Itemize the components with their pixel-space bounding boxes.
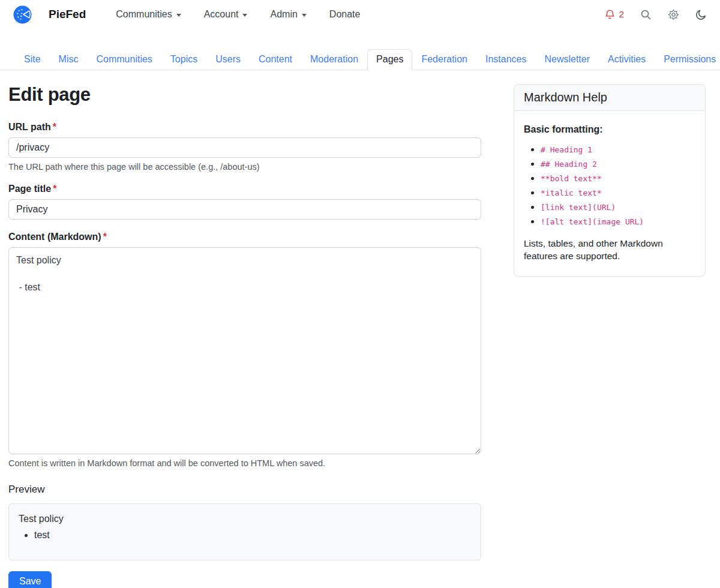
nav-item-label: Admin (270, 9, 297, 20)
admin-tab[interactable]: Misc (50, 49, 88, 70)
nav-item-label: Account (204, 9, 239, 20)
markdown-snippet-code: ## Heading 2 (541, 160, 597, 169)
markdown-snippet-code: # Heading 1 (541, 145, 592, 154)
required-asterisk: * (53, 184, 56, 194)
admin-tab-bar: Site Misc Communities Topics Users Conte… (0, 49, 720, 70)
preview-list: test (19, 530, 471, 541)
markdown-snippet-list: # Heading 1 ## Heading 2 **bold text** *… (524, 144, 695, 227)
required-asterisk: * (103, 232, 107, 242)
page-title-input[interactable] (8, 199, 481, 220)
required-asterisk: * (53, 122, 56, 132)
main-content: Edit page URL path* The URL path where t… (0, 70, 720, 588)
preview-list-item: test (34, 530, 471, 541)
markdown-snippet-item: [link text](URL) (541, 202, 695, 212)
page-title-label: Page title* (8, 184, 481, 194)
nav-item[interactable]: Donate (329, 9, 361, 20)
page-title: Edit page (8, 84, 481, 106)
preview-paragraph: Test policy (19, 514, 471, 524)
markdown-snippet-item: **bold text** (541, 173, 695, 184)
markdown-help-title: Markdown Help (514, 85, 705, 111)
content-field-group: Content (Markdown)* Test policy - test C… (8, 232, 481, 468)
markdown-snippet-code: *italic text* (541, 188, 602, 197)
page-title-field-group: Page title* (8, 184, 481, 220)
url-path-input[interactable] (8, 137, 481, 158)
help-sidebar: Markdown Help Basic formatting: # Headin… (514, 84, 706, 277)
admin-tab[interactable]: Federation (412, 49, 476, 70)
chevron-down-icon (176, 14, 181, 17)
brand-title[interactable]: PieFed (49, 8, 86, 21)
url-path-field-group: URL path* The URL path where this page w… (8, 122, 481, 172)
save-button[interactable]: Save (8, 571, 52, 588)
admin-tab[interactable]: Site (15, 49, 50, 70)
admin-tab[interactable]: Permissions (655, 49, 720, 70)
admin-tab[interactable]: Moderation (301, 49, 367, 70)
notification-count: 2 (619, 9, 624, 20)
url-path-help-text: The URL path where this page will be acc… (8, 162, 481, 172)
gear-icon (668, 9, 679, 20)
markdown-snippet-code: **bold text** (541, 174, 602, 183)
nav-item[interactable]: Admin (270, 9, 306, 20)
piefed-logo-icon[interactable] (13, 5, 32, 24)
nav-item-label: Donate (329, 9, 361, 20)
admin-tab[interactable]: Communities (87, 49, 161, 70)
admin-tab[interactable]: Content (250, 49, 301, 70)
content-help-text: Content is written in Markdown format an… (8, 458, 481, 468)
admin-tab[interactable]: Instances (476, 49, 535, 70)
content-label-text: Content (Markdown) (8, 232, 101, 242)
admin-tab[interactable]: Users (206, 49, 250, 70)
admin-tab[interactable]: Topics (161, 49, 206, 70)
nav-item[interactable]: Communities (116, 9, 181, 20)
page-title-label-text: Page title (8, 184, 51, 194)
admin-tab[interactable]: Activities (599, 49, 655, 70)
markdown-snippet-code: ![alt text](image URL) (541, 217, 644, 226)
basic-formatting-heading: Basic formatting: (524, 124, 695, 135)
moon-icon (695, 9, 707, 20)
preview-heading: Preview (8, 484, 481, 496)
markdown-help-card: Markdown Help Basic formatting: # Headin… (514, 84, 706, 277)
markdown-snippet-item: *italic text* (541, 187, 695, 198)
bell-icon (604, 9, 616, 20)
admin-tab[interactable]: Pages (367, 49, 412, 70)
chevron-down-icon (302, 14, 307, 17)
edit-page-form: Edit page URL path* The URL path where t… (8, 84, 481, 588)
search-button[interactable] (640, 9, 652, 20)
markdown-help-footer: Lists, tables, and other Markdown featur… (524, 238, 695, 263)
admin-tab[interactable]: Newsletter (535, 49, 599, 70)
search-icon (640, 9, 652, 20)
main-nav: Communities Account Admin Donate (116, 9, 360, 20)
nav-item[interactable]: Account (204, 9, 248, 20)
markdown-snippet-item: ## Heading 2 (541, 158, 695, 169)
content-label: Content (Markdown)* (8, 232, 481, 242)
markdown-help-body: Basic formatting: # Heading 1 ## Heading… (514, 111, 705, 276)
top-navbar: PieFed Communities Account Admin Donate (0, 0, 720, 29)
markdown-snippet-code: [link text](URL) (541, 203, 616, 212)
markdown-snippet-item: ![alt text](image URL) (541, 216, 695, 227)
markdown-preview-panel: Test policy test (8, 503, 481, 560)
settings-button[interactable] (668, 9, 679, 20)
nav-item-label: Communities (116, 9, 172, 20)
navbar-actions: 2 (604, 9, 707, 20)
url-path-label-text: URL path (8, 122, 51, 132)
notifications-button[interactable]: 2 (604, 9, 624, 20)
url-path-label: URL path* (8, 122, 481, 133)
content-markdown-textarea[interactable]: Test policy - test (8, 247, 481, 454)
chevron-down-icon (242, 14, 247, 17)
dark-mode-toggle[interactable] (695, 9, 707, 20)
markdown-snippet-item: # Heading 1 (541, 144, 695, 155)
